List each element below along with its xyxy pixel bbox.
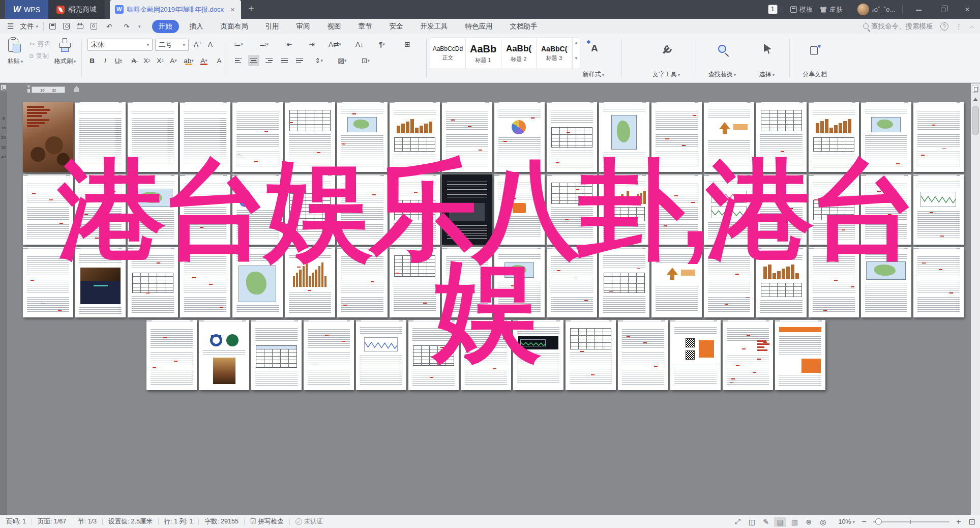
page-thumbnail[interactable]	[146, 320, 197, 390]
page-thumbnail[interactable]	[251, 320, 302, 390]
cut-button[interactable]: ✂剪切	[29, 40, 50, 48]
page-thumbnail[interactable]	[337, 174, 388, 245]
menu-tab-开发工具[interactable]: 开发工具	[414, 20, 455, 33]
document-tab[interactable]: W 咖啡金融网2019年咖啡年报.docx ×	[110, 0, 241, 19]
close-tab-icon[interactable]: ×	[230, 5, 235, 14]
page-thumbnail[interactable]	[861, 174, 911, 245]
file-menu[interactable]: 文件 ▾	[20, 22, 38, 31]
wps-home-tab[interactable]: W WPS	[5, 0, 48, 19]
page-thumbnail[interactable]	[723, 320, 773, 390]
paste-button[interactable]: 粘贴▾	[4, 57, 26, 66]
page-thumbnail[interactable]	[861, 247, 911, 317]
align-justify-icon[interactable]	[279, 55, 290, 66]
page-thumbnail[interactable]	[599, 102, 649, 172]
chevron-down-icon[interactable]: ▾	[138, 24, 141, 29]
line-spacing-icon[interactable]: ⇕▾	[313, 55, 324, 66]
page-thumbnail[interactable]	[547, 174, 597, 245]
status-item[interactable]: 页面: 1/67	[38, 517, 66, 526]
shading-icon[interactable]: ▨▾	[337, 55, 348, 66]
save-icon[interactable]	[49, 22, 56, 30]
text-direction-icon[interactable]: A⇄▾	[329, 39, 341, 50]
page-thumbnail[interactable]	[861, 102, 911, 172]
menu-tab-引用[interactable]: 引用	[259, 20, 286, 33]
grow-font-button[interactable]: A⁺	[192, 39, 203, 50]
sort-icon[interactable]: A↓	[354, 39, 365, 50]
zoom-level-select[interactable]: 10% ▾	[838, 518, 855, 525]
find-replace-button[interactable]: 查找替换▾	[703, 70, 741, 79]
status-item[interactable]: 页码: 1	[6, 517, 26, 526]
minimize-button[interactable]	[910, 5, 927, 14]
numbered-list-icon[interactable]: ≕▾	[258, 39, 270, 50]
subscript-icon[interactable]: X2	[155, 55, 166, 66]
page-thumbnail[interactable]	[285, 102, 335, 172]
page-thumbnail[interactable]	[461, 320, 511, 390]
menu-tab-插入[interactable]: 插入	[183, 20, 210, 33]
page-thumbnail[interactable]	[442, 102, 492, 172]
ink-edit-icon[interactable]: ✎	[760, 517, 772, 527]
two-page-icon[interactable]: ◫	[746, 517, 758, 527]
page-thumbnail[interactable]	[285, 247, 335, 317]
left-indent-marker[interactable]	[27, 89, 31, 93]
command-search[interactable]: 查找命令、搜索模板	[863, 22, 933, 31]
italic-icon[interactable]: I	[100, 55, 111, 66]
font-name-select[interactable]: 宋体▾	[87, 39, 153, 51]
menu-tab-页面布局[interactable]: 页面布局	[214, 20, 255, 33]
increase-indent-icon[interactable]: ⇥	[306, 39, 317, 50]
styles-scroll[interactable]: ▲▼	[572, 38, 580, 69]
collapse-ribbon-icon[interactable]: ︿	[969, 22, 975, 30]
align-distribute-icon[interactable]	[294, 55, 305, 66]
zoom-in-button[interactable]: +	[955, 517, 963, 526]
page-thumbnail[interactable]	[670, 320, 721, 390]
align-right-icon[interactable]	[263, 55, 275, 66]
page-thumbnail[interactable]	[566, 320, 616, 390]
sidebar-toggle-icon[interactable]	[972, 85, 979, 93]
highlight-icon[interactable]: ab▾	[183, 55, 194, 66]
page-thumbnail[interactable]	[513, 320, 563, 390]
menu-tab-文档助手[interactable]: 文档助手	[503, 20, 544, 33]
certification-status[interactable]: ✓未认证	[295, 517, 323, 526]
font-color-icon[interactable]: A▾	[198, 55, 210, 66]
page-thumbnail[interactable]	[547, 102, 597, 172]
page-thumbnail[interactable]	[337, 102, 388, 172]
page-thumbnail[interactable]	[128, 102, 178, 172]
export-icon[interactable]	[63, 22, 70, 30]
page-thumbnail[interactable]	[128, 174, 178, 245]
bold-icon[interactable]: B	[86, 55, 98, 66]
web-view-icon[interactable]: ⊛	[803, 517, 815, 527]
page-thumbnail[interactable]	[704, 102, 754, 172]
page-thumbnail[interactable]	[809, 174, 859, 245]
hamburger-icon[interactable]: ☰	[7, 22, 14, 31]
page-thumbnail[interactable]	[913, 102, 964, 172]
page-thumbnail[interactable]	[913, 174, 964, 245]
zoom-slider-knob[interactable]	[875, 518, 882, 525]
vertical-scrollbar[interactable]	[971, 83, 980, 515]
print-preview-icon[interactable]	[90, 22, 98, 30]
page-thumbnail[interactable]	[408, 320, 459, 390]
page-thumbnail[interactable]	[547, 247, 597, 317]
page-thumbnail[interactable]	[651, 247, 702, 317]
redo-button[interactable]: ↷	[121, 21, 132, 32]
tab-stop-selector[interactable]	[1, 84, 7, 91]
template-button[interactable]: 模板	[790, 5, 813, 14]
page-thumbnail[interactable]	[809, 247, 859, 317]
close-window-button[interactable]: ×	[959, 5, 976, 14]
format-painter-button[interactable]: 格式刷▾	[53, 57, 77, 66]
page-thumbnail[interactable]	[23, 247, 73, 317]
style-scroll-up-icon[interactable]: ▲	[573, 38, 580, 53]
fullscreen-icon[interactable]: ⤢	[731, 517, 744, 527]
select-button[interactable]: 选择▾	[754, 70, 780, 79]
document-canvas[interactable]: 816243240 1632 港台娱乐八卦,港台 娱	[0, 83, 980, 515]
superscript-icon[interactable]: X2	[141, 55, 153, 66]
borders-icon[interactable]: ⊡▾	[360, 55, 371, 66]
zoom-slider[interactable]	[873, 517, 949, 527]
align-center-icon[interactable]	[248, 55, 259, 66]
page-thumbnail[interactable]	[442, 247, 492, 317]
style-标题 3[interactable]: AaBbC(标题 3	[537, 38, 572, 69]
account-button[interactable]: ₒoˇ_ˇo...	[857, 4, 895, 15]
menu-tab-特色应用[interactable]: 特色应用	[459, 20, 499, 33]
style-标题 2[interactable]: AaBb(标题 2	[501, 38, 537, 69]
page-thumbnail[interactable]	[390, 174, 440, 245]
page-thumbnail[interactable]	[809, 102, 859, 172]
page-thumbnail[interactable]	[494, 102, 545, 172]
page-thumbnail[interactable]	[756, 174, 807, 245]
